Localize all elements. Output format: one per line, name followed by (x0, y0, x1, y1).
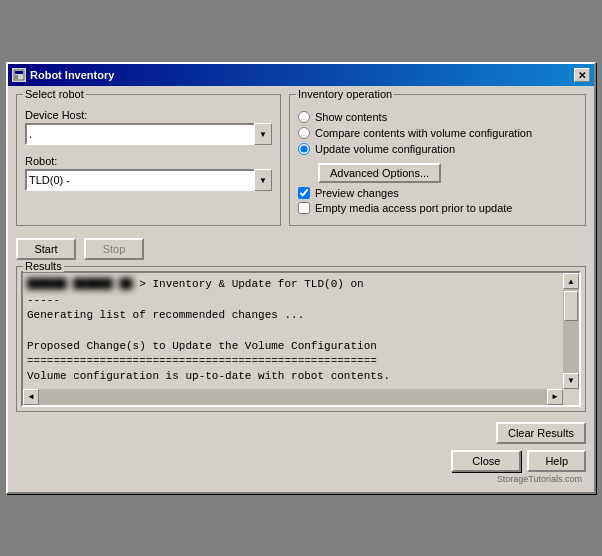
show-contents-radio[interactable] (298, 111, 310, 123)
vertical-scrollbar: ▲ ▼ (563, 273, 579, 389)
scroll-down-button[interactable]: ▼ (563, 373, 579, 389)
bottom-row: Clear Results (16, 418, 586, 444)
help-button[interactable]: Help (527, 450, 586, 472)
scroll-left-button[interactable]: ◄ (23, 389, 39, 405)
device-host-select[interactable]: . (25, 123, 272, 145)
update-volume-radio[interactable] (298, 143, 310, 155)
scroll-thumb-vertical[interactable] (564, 291, 578, 321)
compare-contents-label: Compare contents with volume configurati… (315, 127, 532, 139)
close-button[interactable]: ✕ (574, 68, 590, 82)
inventory-operation-group: Inventory operation Show contents Compar… (289, 94, 586, 226)
preview-changes-checkbox[interactable] (298, 187, 310, 199)
result-line-6: ========================================… (27, 354, 559, 369)
window-title: Robot Inventory (30, 69, 114, 81)
select-robot-group: Select robot Device Host: . ▼ Robot: TLD… (16, 94, 281, 226)
update-volume-label: Update volume configuration (315, 143, 455, 155)
result-line-7: Volume configuration is up-to-date with … (27, 369, 559, 384)
window-content: Select robot Device Host: . ▼ Robot: TLD… (8, 86, 594, 492)
top-section: Select robot Device Host: . ▼ Robot: TLD… (16, 94, 586, 226)
robot-wrapper: TLD(0) - ▼ (25, 169, 272, 191)
result-line-4 (27, 323, 559, 338)
device-host-wrapper: . ▼ (25, 123, 272, 145)
title-bar: Robot Inventory ✕ (8, 64, 594, 86)
result-line-3: Generating list of recommended changes .… (27, 308, 559, 323)
scroll-track-vertical[interactable] (563, 289, 579, 373)
window-icon (12, 68, 26, 82)
radio-options: Show contents Compare contents with volu… (298, 111, 577, 155)
compare-contents-radio[interactable] (298, 127, 310, 139)
update-volume-option: Update volume configuration (298, 143, 577, 155)
results-legend: Results (23, 260, 64, 272)
robot-select[interactable]: TLD(0) - (25, 169, 272, 191)
advanced-options-button[interactable]: Advanced Options... (318, 163, 441, 183)
results-group: Results ██████ ██████ ██ > Inventory & U… (16, 266, 586, 412)
close-dialog-button[interactable]: Close (451, 450, 521, 472)
inventory-op-legend: Inventory operation (296, 88, 394, 100)
result-line-1: ██████ ██████ ██ > Inventory & Update fo… (27, 277, 559, 292)
select-robot-legend: Select robot (23, 88, 86, 100)
robot-label: Robot: (25, 155, 272, 167)
scroll-track-horizontal[interactable] (39, 389, 547, 405)
scroll-right-button[interactable]: ► (547, 389, 563, 405)
empty-media-option: Empty media access port prior to update (298, 202, 577, 214)
compare-contents-option: Compare contents with volume configurati… (298, 127, 577, 139)
title-bar-left: Robot Inventory (12, 68, 114, 82)
svg-rect-1 (15, 71, 23, 74)
result-line-5: Proposed Change(s) to Update the Volume … (27, 339, 559, 354)
watermark: StorageTutorials.com (16, 472, 586, 484)
scroll-corner (563, 389, 579, 405)
preview-changes-option: Preview changes (298, 187, 577, 199)
blurred-host: ██████ ██████ ██ (27, 277, 133, 292)
start-button[interactable]: Start (16, 238, 76, 260)
show-contents-option: Show contents (298, 111, 577, 123)
results-text: ██████ ██████ ██ > Inventory & Update fo… (23, 273, 563, 389)
results-inner-border: ██████ ██████ ██ > Inventory & Update fo… (21, 271, 581, 407)
preview-changes-label: Preview changes (315, 187, 399, 199)
action-buttons-row: Start Stop (16, 234, 586, 266)
show-contents-label: Show contents (315, 111, 387, 123)
clear-results-button[interactable]: Clear Results (496, 422, 586, 444)
scroll-up-button[interactable]: ▲ (563, 273, 579, 289)
main-window: Robot Inventory ✕ Select robot Device Ho… (6, 62, 596, 494)
horizontal-scrollbar: ◄ ► (23, 389, 579, 405)
empty-media-checkbox[interactable] (298, 202, 310, 214)
stop-button[interactable]: Stop (84, 238, 144, 260)
results-content-row: ██████ ██████ ██ > Inventory & Update fo… (23, 273, 579, 389)
result-line-2: ----- (27, 293, 559, 308)
empty-media-label: Empty media access port prior to update (315, 202, 512, 214)
svg-rect-2 (15, 75, 18, 79)
device-host-label: Device Host: (25, 109, 272, 121)
